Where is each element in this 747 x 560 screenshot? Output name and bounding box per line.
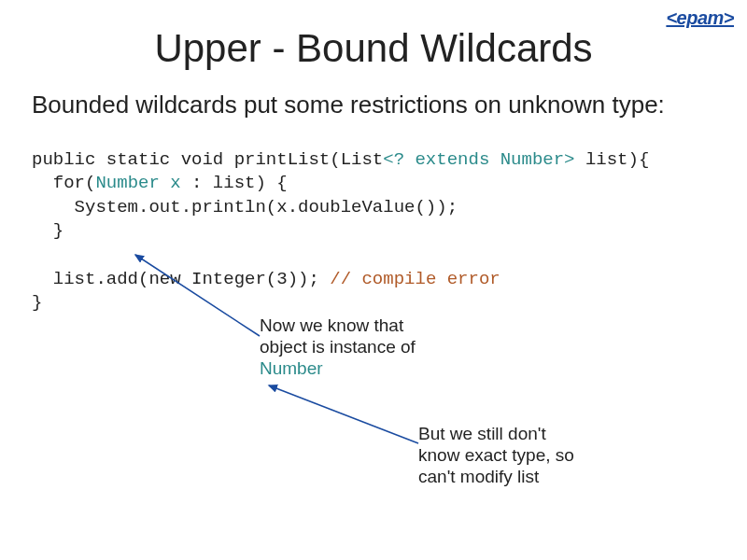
code-text: System.out.println(x.doubleValue()); <box>32 197 458 217</box>
code-comment: // compile error <box>330 269 500 289</box>
code-block: public static void printList(List<? exte… <box>32 148 747 315</box>
annotation-instance: Now we know that object is instance of N… <box>260 315 465 379</box>
code-var: Number x <box>95 173 180 193</box>
anno-text: can't modify list <box>418 467 539 486</box>
code-text: } <box>32 220 63 241</box>
annotation-exact-type: But we still don't know exact type, so c… <box>418 424 624 487</box>
code-text: list){ <box>575 149 650 170</box>
slide-title: Upper - Bound Wildcards <box>0 26 747 71</box>
anno-text: Now we know that <box>260 315 403 335</box>
code-generic: <? extends Number> <box>383 149 574 170</box>
anno-text: object is instance of <box>260 337 416 357</box>
anno-text: But we still don't <box>418 424 546 443</box>
code-text: for( <box>32 173 95 193</box>
code-text: } <box>32 292 42 313</box>
code-text: list.add(new Integer(3)); <box>32 269 330 289</box>
code-text: : list) { <box>181 173 288 193</box>
slide-subtitle: Bounded wildcards put some restrictions … <box>32 90 715 120</box>
anno-text-highlight: Number <box>260 358 323 378</box>
code-text: public static void printList(List <box>32 149 383 170</box>
arrow-icon <box>269 385 418 443</box>
epam-logo: <epam> <box>666 7 734 29</box>
anno-text: know exact type, so <box>418 445 574 465</box>
